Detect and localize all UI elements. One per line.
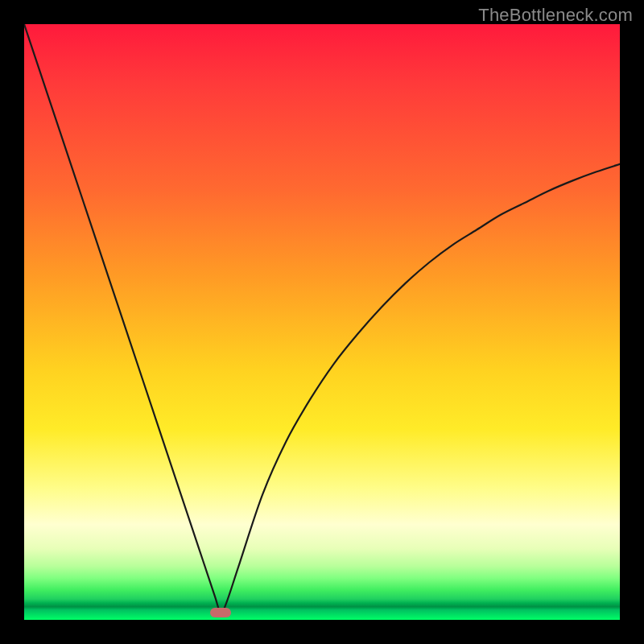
attribution-text: TheBottleneck.com bbox=[478, 5, 633, 26]
min-marker bbox=[210, 608, 231, 617]
bottleneck-curve bbox=[24, 24, 620, 620]
chart-frame bbox=[24, 24, 620, 620]
